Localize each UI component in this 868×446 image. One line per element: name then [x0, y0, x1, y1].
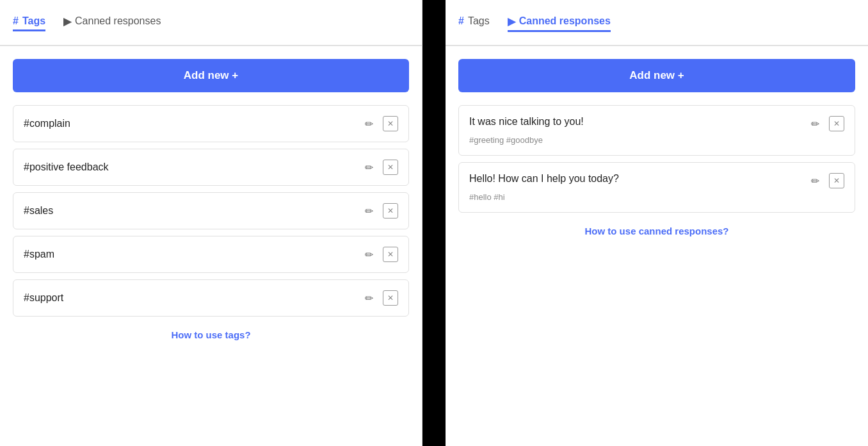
canned-header-greeting: It was nice talking to you! ✏ ✕: [469, 116, 844, 131]
left-help-link[interactable]: How to use tags?: [13, 329, 409, 340]
left-tab-canned[interactable]: ▶ Canned responses: [63, 15, 161, 30]
arrow-icon-right: ▶: [508, 15, 515, 28]
left-canned-tab-label: Canned responses: [75, 15, 161, 27]
edit-icon-sales[interactable]: ✏: [361, 203, 376, 219]
delete-icon-greeting[interactable]: ✕: [829, 116, 844, 131]
delete-icon-spam[interactable]: ✕: [383, 247, 398, 262]
right-tags-tab-label: Tags: [468, 15, 490, 27]
delete-icon-support[interactable]: ✕: [383, 290, 398, 306]
left-tab-tags[interactable]: # Tags: [13, 15, 45, 31]
canned-header-hello: Hello! How can I help you today? ✏ ✕: [469, 173, 844, 188]
left-panel-content: Add new + #complain ✏ ✕ #positive feedba…: [0, 46, 422, 446]
canned-title-greeting: It was nice talking to you!: [469, 116, 807, 128]
right-tab-bar: # Tags ▶ Canned responses: [446, 0, 868, 46]
canned-tags-hello: #hello #hi: [469, 192, 844, 202]
tag-item-sales: #sales ✏ ✕: [13, 192, 409, 229]
right-add-new-button[interactable]: Add new +: [458, 59, 855, 92]
canned-title-hello: Hello! How can I help you today?: [469, 173, 807, 185]
tag-actions-positive: ✏ ✕: [361, 160, 398, 175]
edit-icon-complain[interactable]: ✏: [361, 116, 376, 131]
tag-label-complain: #complain: [24, 118, 70, 129]
edit-icon-positive[interactable]: ✏: [361, 160, 376, 175]
tag-actions-complain: ✏ ✕: [361, 116, 398, 131]
hash-icon-left: #: [13, 15, 19, 27]
left-add-new-button[interactable]: Add new +: [13, 59, 409, 92]
right-panel: # Tags ▶ Canned responses Add new + It w…: [446, 0, 868, 446]
arrow-icon-left: ▶: [63, 15, 71, 28]
panel-divider: [422, 0, 446, 446]
right-tab-tags[interactable]: # Tags: [458, 15, 490, 29]
tag-item-complain: #complain ✏ ✕: [13, 105, 409, 142]
edit-icon-spam[interactable]: ✏: [361, 247, 376, 262]
tag-item-support: #support ✏ ✕: [13, 279, 409, 317]
tag-actions-support: ✏ ✕: [361, 290, 398, 306]
left-tags-tab-label: Tags: [22, 15, 45, 27]
edit-icon-greeting[interactable]: ✏: [807, 116, 823, 131]
edit-icon-support[interactable]: ✏: [361, 290, 376, 306]
tag-item-spam: #spam ✏ ✕: [13, 236, 409, 273]
left-tab-bar: # Tags ▶ Canned responses: [0, 0, 422, 46]
canned-item-hello: Hello! How can I help you today? ✏ ✕ #he…: [458, 162, 855, 213]
left-panel: # Tags ▶ Canned responses Add new + #com…: [0, 0, 422, 446]
edit-icon-hello[interactable]: ✏: [807, 173, 823, 188]
hash-icon-right: #: [458, 15, 464, 27]
tag-item-positive: #positive feedback ✏ ✕: [13, 149, 409, 186]
tag-actions-sales: ✏ ✕: [361, 203, 398, 219]
delete-icon-complain[interactable]: ✕: [383, 116, 398, 131]
canned-item-greeting: It was nice talking to you! ✏ ✕ #greetin…: [458, 105, 855, 156]
canned-actions-greeting: ✏ ✕: [807, 116, 844, 131]
canned-tags-greeting: #greeting #goodbye: [469, 135, 844, 145]
tag-label-spam: #spam: [24, 249, 54, 260]
tag-label-sales: #sales: [24, 205, 53, 217]
delete-icon-sales[interactable]: ✕: [383, 203, 398, 219]
right-canned-tab-label: Canned responses: [519, 15, 611, 27]
tag-label-support: #support: [24, 292, 63, 304]
right-help-link[interactable]: How to use canned responses?: [458, 226, 855, 236]
canned-actions-hello: ✏ ✕: [807, 173, 844, 188]
delete-icon-positive[interactable]: ✕: [383, 160, 398, 175]
right-panel-content: Add new + It was nice talking to you! ✏ …: [446, 46, 868, 446]
delete-icon-hello[interactable]: ✕: [829, 173, 844, 188]
right-tab-canned[interactable]: ▶ Canned responses: [508, 15, 611, 32]
tag-actions-spam: ✏ ✕: [361, 247, 398, 262]
tag-label-positive: #positive feedback: [24, 161, 109, 173]
